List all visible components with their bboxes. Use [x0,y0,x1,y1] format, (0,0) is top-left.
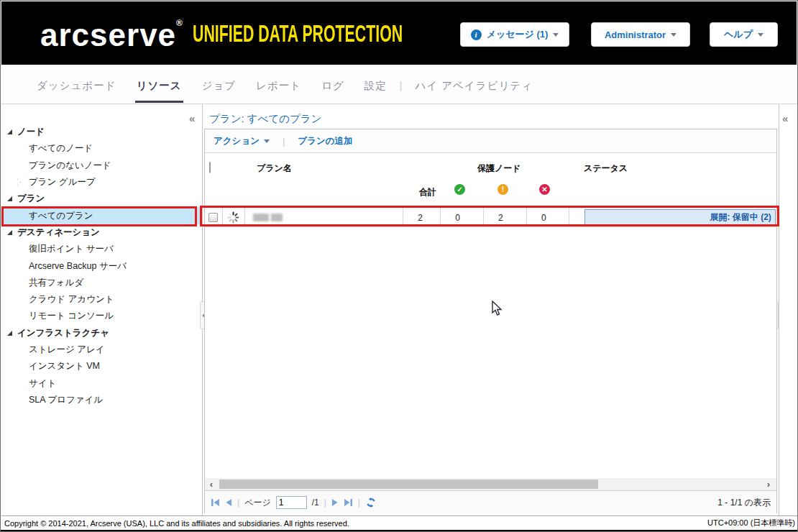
pagination-toolbar: | ページ /1 | | 1 - 1/1 の表示 [205,490,776,514]
next-page-button[interactable] [331,498,339,507]
table-row[interactable]: 2 0 2 0 展開: 保留中 (2) [205,208,776,227]
tree-item-cloud-account[interactable]: クラウド アカウント [1,291,201,308]
collapsed-triangle-icon[interactable] [17,179,21,185]
grid-header: プラン名 保護ノード ステータス 合計 ✓ ! ✕ [205,153,776,208]
cell-ok-count: 0 [441,208,484,227]
tree-item-storage-array[interactable]: ストレージ アレイ [1,341,201,358]
row-checkbox[interactable] [208,213,218,222]
tree-item-label: すべてのプラン [29,210,93,222]
tab-log[interactable]: ログ [311,67,354,104]
tree-group-plans[interactable]: プラン [1,191,201,207]
select-all-checkbox[interactable] [209,162,211,173]
tree-item-all-nodes[interactable]: すべてのノード [1,140,201,157]
status-bar: Copyright © 2014-2021, Arcserve (USA), L… [1,515,798,530]
pager-separator: | [358,497,360,508]
messages-button-label: メッセージ (1) [487,28,549,41]
collapse-left-panel-icon[interactable]: « [189,112,193,124]
tree-item-label: SLA プロファイル [29,394,103,406]
chevron-down-icon [264,139,270,143]
grid-toolbar: アクション | プランの追加 [205,129,776,153]
cell-status: 展開: 保留中 (2) [569,208,776,227]
first-page-button[interactable] [211,498,220,507]
arcserve-logo: arcserve® [40,17,183,53]
scrollbar-thumb[interactable] [219,480,598,489]
deployment-status-link[interactable]: 展開: 保留中 (2) [584,209,776,225]
tab-reports[interactable]: レポート [246,67,311,104]
tree-item-instant-vm[interactable]: インスタント VM [1,358,201,375]
scroll-right-icon[interactable]: › [762,478,775,490]
exclamation-glyph: ! [502,185,504,193]
scroll-left-icon[interactable]: ‹ [205,478,218,490]
add-plan-button[interactable]: プランの追加 [298,135,352,147]
tree-item-nodes-without-plan[interactable]: プランのないノード [1,157,201,174]
tab-dashboard[interactable]: ダッシュボード [27,67,127,104]
tree-item-site[interactable]: サイト [1,375,201,391]
column-header-protected-nodes: 保護ノード [477,162,521,175]
tree-item-recovery-point-server[interactable]: 復旧ポイント サーバ [1,241,201,257]
right-collapsed-panel [779,104,798,515]
app-window: arcserve® UNIFIED DATA PROTECTION i メッセー… [0,0,798,532]
cell-error-count: 0 [527,208,569,227]
horizontal-scrollbar[interactable]: ‹ › [205,478,776,490]
expanded-triangle-icon[interactable] [7,196,12,201]
tree-group-label: ノード [17,126,45,138]
tree-group-label: プラン [17,193,45,205]
tab-settings[interactable]: 設定 [354,67,397,104]
product-name: UNIFIED DATA PROTECTION [193,20,403,48]
user-menu-button[interactable]: Administrator [591,22,690,47]
spinner-icon [227,211,239,224]
last-page-button[interactable] [344,498,353,507]
timezone-label: UTC+09:00 (日本標準時) [707,518,795,528]
app-header: arcserve® UNIFIED DATA PROTECTION i メッセー… [1,1,797,65]
column-header-plan-name[interactable]: プラン名 [257,162,292,175]
tree-item-label: ストレージ アレイ [29,344,105,356]
column-header-status[interactable]: ステータス [584,162,628,175]
tree-item-arcserve-backup-server[interactable]: Arcserve Backup サーバ [1,257,201,274]
copyright-text: Copyright © 2014-2021, Arcserve (USA), L… [4,519,349,528]
refresh-icon[interactable] [365,497,377,508]
help-button-label: ヘルプ [724,28,753,41]
tree-item-label: リモート コンソール [29,310,114,322]
collapse-right-panel-icon[interactable]: « [782,112,786,124]
previous-page-button[interactable] [225,498,232,507]
nav-separator: | [397,67,405,104]
tree-group-label: デスティネーション [17,226,100,239]
redacted-plan-name [253,214,283,221]
resource-tree-panel: ノード すべてのノード プランのないノード プラン グループ プラン すべてのプ… [1,104,203,515]
tree-item-label: プラン グループ [29,176,96,188]
status-error-icon[interactable]: ✕ [539,184,550,195]
actions-menu-button[interactable]: アクション [214,135,270,147]
page-number-input[interactable] [276,496,307,509]
messages-button[interactable]: i メッセージ (1) [460,22,569,47]
expanded-triangle-icon[interactable] [7,129,12,134]
pager-separator: | [324,497,326,508]
expanded-triangle-icon[interactable] [7,230,12,235]
tree-item-shared-folder[interactable]: 共有フォルダ [1,275,201,291]
status-warning-icon[interactable]: ! [497,184,508,195]
tree-item-label: すべてのノード [29,142,93,155]
toolbar-separator: | [277,136,290,147]
check-glyph: ✓ [457,185,462,193]
tree-item-label: プランのないノード [29,160,111,172]
tree-item-plan-groups[interactable]: プラン グループ [1,174,201,191]
expanded-triangle-icon[interactable] [7,331,12,336]
tree-group-destinations[interactable]: デスティネーション [1,224,201,241]
status-ok-icon[interactable]: ✓ [454,184,465,195]
help-button[interactable]: ヘルプ [710,22,778,47]
tree-item-all-plans[interactable]: すべてのプラン [1,207,201,224]
tree-group-nodes[interactable]: ノード [1,124,201,140]
info-icon: i [471,29,482,40]
tree-item-sla-profile[interactable]: SLA プロファイル [1,392,201,408]
chevron-down-icon [758,33,763,37]
tree-item-remote-console[interactable]: リモート コンソール [1,308,201,324]
column-header-total[interactable]: 合計 [419,186,436,198]
tab-resources[interactable]: リソース [127,67,192,104]
cross-glyph: ✕ [541,185,547,193]
row-range-label: 1 - 1/1 の表示 [717,497,771,509]
tab-jobs[interactable]: ジョブ [192,67,247,104]
info-glyph: i [475,30,477,39]
chevron-down-icon [671,33,677,37]
tab-high-availability[interactable]: ハイ アベイラビリティ [405,67,542,104]
page-count-label: /1 [312,497,319,508]
tree-group-infrastructure[interactable]: インフラストラクチャ [1,325,201,341]
